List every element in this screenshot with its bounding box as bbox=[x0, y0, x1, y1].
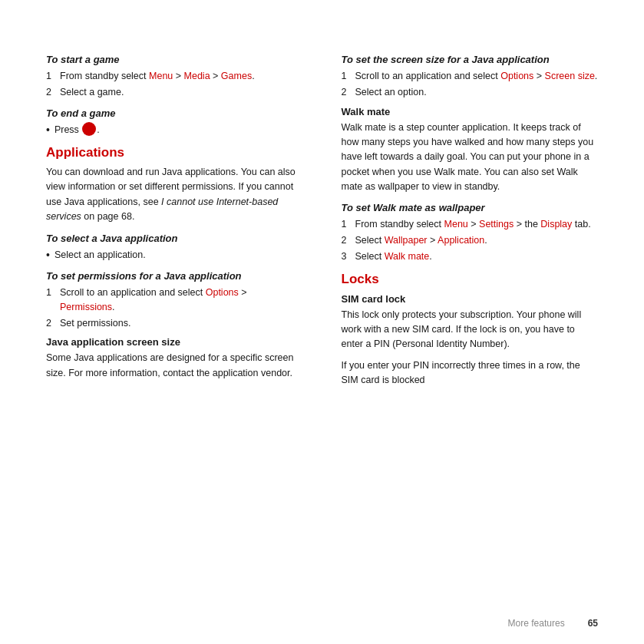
permissions-step-2: 2 Set permissions. bbox=[46, 316, 303, 331]
java-screen-size-heading: Java application screen size bbox=[46, 336, 303, 348]
wallpaper-step-2: 2 Select Wallpaper > Application. bbox=[342, 233, 599, 248]
content-columns: To start a game 1 From standby select Me… bbox=[46, 46, 598, 613]
options-link-2[interactable]: Options bbox=[500, 71, 533, 81]
right-column: To set the screen size for a Java applic… bbox=[334, 46, 599, 613]
screen-size-link[interactable]: Screen size bbox=[545, 71, 595, 81]
screen-size-step-2: 2 Select an option. bbox=[342, 85, 599, 100]
permissions-step-2-text: Set permissions. bbox=[60, 316, 130, 331]
step-num: 2 bbox=[342, 85, 351, 100]
sim-card-lock-heading: SIM card lock bbox=[342, 293, 599, 305]
sim-card-lock-para1: This lock only protects your subscriptio… bbox=[342, 308, 599, 352]
start-game-list: 1 From standby select Menu > Media > Gam… bbox=[46, 69, 303, 100]
footer-label: More features bbox=[508, 618, 565, 629]
applications-title: Applications bbox=[46, 145, 303, 160]
sim-card-lock-para2: If you enter your PIN incorrectly three … bbox=[342, 358, 599, 388]
step-num: 2 bbox=[46, 85, 55, 100]
locks-section: Locks SIM card lock This lock only prote… bbox=[342, 272, 599, 388]
screen-size-step-1: 1 Scroll to an application and select Op… bbox=[342, 69, 599, 84]
start-game-step-1: 1 From standby select Menu > Media > Gam… bbox=[46, 69, 303, 84]
screen-size-step-2-text: Select an option. bbox=[355, 85, 427, 100]
menu-link-2[interactable]: Menu bbox=[444, 219, 468, 230]
to-set-permissions-heading: To set permissions for a Java applicatio… bbox=[46, 270, 303, 282]
screen-size-step-1-text: Scroll to an application and select Opti… bbox=[355, 69, 598, 84]
to-set-wallpaper-heading: To set Walk mate as wallpaper bbox=[342, 202, 599, 213]
options-link[interactable]: Options bbox=[206, 287, 239, 298]
to-end-a-game-heading: To end a game bbox=[46, 107, 303, 119]
step-num: 3 bbox=[342, 249, 351, 264]
menu-link[interactable]: Menu bbox=[149, 71, 173, 81]
step-2-text: Select a game. bbox=[60, 85, 124, 100]
settings-link[interactable]: Settings bbox=[479, 219, 514, 230]
select-java-bullet: Select an application. bbox=[46, 248, 303, 263]
wallpaper-list: 1 From standby select Menu > Settings > … bbox=[342, 217, 599, 263]
to-start-a-game-heading: To start a game bbox=[46, 54, 303, 65]
to-start-a-game-section: To start a game 1 From standby select Me… bbox=[46, 54, 303, 100]
games-link[interactable]: Games bbox=[221, 71, 252, 81]
to-select-java-heading: To select a Java application bbox=[46, 233, 303, 244]
step-num: 1 bbox=[46, 69, 55, 84]
to-end-a-game-section: To end a game Press . bbox=[46, 107, 303, 138]
step-num: 2 bbox=[46, 316, 55, 331]
permissions-step-1: 1 Scroll to an application and select Op… bbox=[46, 286, 303, 315]
press-text: Press . bbox=[54, 123, 100, 138]
left-column: To start a game 1 From standby select Me… bbox=[46, 46, 311, 613]
media-link[interactable]: Media bbox=[184, 71, 210, 81]
walk-mate-paragraph: Walk mate is a step counter application.… bbox=[342, 121, 599, 195]
application-link[interactable]: Application bbox=[438, 235, 484, 246]
page-container: To start a game 1 From standby select Me… bbox=[0, 0, 644, 644]
display-link[interactable]: Display bbox=[540, 219, 572, 230]
step-num: 2 bbox=[342, 233, 351, 248]
step-num: 1 bbox=[46, 286, 55, 315]
step-num: 1 bbox=[342, 69, 351, 84]
wallpaper-step-2-text: Select Wallpaper > Application. bbox=[355, 233, 487, 248]
wallpaper-step-3: 3 Select Walk mate. bbox=[342, 249, 599, 264]
wallpaper-step-3-text: Select Walk mate. bbox=[355, 249, 432, 264]
end-game-bullet: Press . bbox=[46, 123, 303, 138]
end-game-list: Press . bbox=[46, 123, 303, 138]
java-screen-size-paragraph: Some Java applications are designed for … bbox=[46, 351, 303, 381]
step-1-text: From standby select Menu > Media > Games… bbox=[60, 69, 255, 84]
page-number: 65 bbox=[588, 618, 598, 629]
applications-paragraph: You can download and run Java applicatio… bbox=[46, 165, 303, 225]
walk-mate-section: Walk mate Walk mate is a step counter ap… bbox=[342, 106, 599, 264]
walk-mate-title: Walk mate bbox=[342, 106, 599, 117]
wallpaper-step-1: 1 From standby select Menu > Settings > … bbox=[342, 217, 599, 232]
wallpaper-step-1-text: From standby select Menu > Settings > th… bbox=[355, 217, 591, 232]
permissions-link[interactable]: Permissions bbox=[60, 302, 112, 312]
to-set-screen-size-section: To set the screen size for a Java applic… bbox=[342, 54, 599, 100]
screen-size-list: 1 Scroll to an application and select Op… bbox=[342, 69, 599, 100]
select-java-text: Select an application. bbox=[54, 248, 146, 263]
applications-section: Applications You can download and run Ja… bbox=[46, 145, 303, 381]
end-call-icon bbox=[82, 122, 96, 136]
set-permissions-list: 1 Scroll to an application and select Op… bbox=[46, 286, 303, 330]
select-java-list: Select an application. bbox=[46, 248, 303, 263]
permissions-step-1-text: Scroll to an application and select Opti… bbox=[60, 286, 303, 315]
wallpaper-link[interactable]: Wallpaper bbox=[385, 235, 428, 246]
page-footer: More features 65 bbox=[508, 618, 598, 629]
locks-title: Locks bbox=[342, 272, 599, 287]
start-game-step-2: 2 Select a game. bbox=[46, 85, 303, 100]
step-num: 1 bbox=[342, 217, 351, 232]
walk-mate-link[interactable]: Walk mate bbox=[385, 251, 430, 262]
to-set-screen-size-heading: To set the screen size for a Java applic… bbox=[342, 54, 599, 65]
